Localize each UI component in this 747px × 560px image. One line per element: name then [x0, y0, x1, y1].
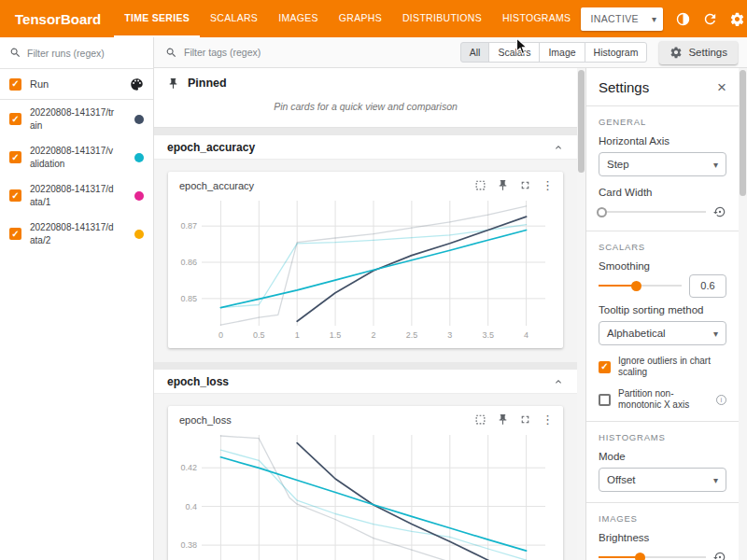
svg-text:4: 4: [524, 330, 529, 340]
more-options-icon[interactable]: ⋮: [542, 179, 554, 191]
tab-graphs[interactable]: GRAPHS: [329, 0, 392, 37]
run-color-dot: [134, 115, 144, 124]
runs-filter-input[interactable]: [27, 48, 144, 59]
run-name: 20220808-141317/train: [30, 106, 116, 132]
fullscreen-icon[interactable]: [519, 179, 531, 191]
run-checkbox[interactable]: ✓: [9, 189, 21, 202]
app-title[interactable]: TensorBoard: [0, 11, 114, 27]
chip-scalars[interactable]: Scalars: [488, 42, 540, 63]
pin-card-icon[interactable]: [497, 179, 509, 191]
smoothing-control: [599, 277, 726, 294]
collapse-chevron-icon[interactable]: [553, 376, 564, 387]
close-icon[interactable]: ×: [717, 79, 726, 95]
tab-histograms[interactable]: HISTOGRAMS: [492, 0, 581, 37]
svg-text:0.38: 0.38: [180, 540, 197, 550]
check-icon: ✓: [11, 230, 19, 239]
run-checkbox[interactable]: ✓: [9, 151, 21, 163]
card-width-label: Card Width: [599, 187, 726, 198]
partition-x-axis-checkbox[interactable]: ✓: [599, 394, 611, 406]
gear-icon: [669, 46, 683, 59]
collapse-chevron-icon[interactable]: [553, 142, 564, 153]
card-title: epoch_accuracy: [179, 180, 254, 191]
scrollbar-thumb[interactable]: [740, 70, 746, 196]
tags-filter-input[interactable]: [184, 47, 454, 58]
tooltip-sorting-select[interactable]: Alphabetical ▾: [599, 321, 726, 345]
pinned-header[interactable]: Pinned: [167, 77, 564, 90]
card-width-slider[interactable]: [599, 205, 706, 218]
smoothing-slider[interactable]: [599, 279, 682, 292]
select-all-runs-checkbox[interactable]: ✓: [9, 78, 21, 91]
chevron-down-icon: ▾: [713, 160, 718, 170]
status-value: INACTIVE: [590, 13, 639, 24]
reset-icon[interactable]: [713, 551, 726, 560]
main-nav: TIME SERIES SCALARS IMAGES GRAPHS DISTRI…: [114, 0, 581, 37]
brightness-control: [599, 549, 726, 560]
smoothing-label: Smoothing: [599, 260, 726, 272]
run-color-dot: [134, 191, 144, 201]
info-icon[interactable]: i: [716, 395, 726, 405]
histogram-mode-label: Mode: [599, 451, 726, 462]
smoothing-input[interactable]: [689, 274, 726, 298]
section-epoch-loss: epoch_loss epoch_loss ⋮: [154, 370, 577, 560]
cards-area: Pinned Pin cards for a quick view and co…: [154, 68, 577, 560]
chip-all[interactable]: All: [460, 42, 490, 63]
svg-text:1.5: 1.5: [330, 330, 342, 340]
settings-scrollbar[interactable]: [739, 68, 747, 560]
status-dropdown[interactable]: INACTIVE ▾: [581, 7, 663, 31]
card-actions: ⋮: [474, 179, 554, 191]
run-checkbox[interactable]: ✓: [9, 113, 21, 125]
pin-icon: [167, 77, 179, 90]
run-checkbox[interactable]: ✓: [9, 228, 21, 240]
runs-filter-row: [0, 37, 153, 69]
chip-image[interactable]: Image: [539, 42, 585, 63]
svg-text:1: 1: [295, 330, 300, 340]
pinned-hint: Pin cards for a quick view and compariso…: [167, 90, 564, 125]
epoch-accuracy-chart[interactable]: 00.511.522.533.540.850.860.87: [170, 193, 558, 343]
tab-scalars[interactable]: SCALARS: [200, 0, 268, 37]
partition-x-axis-row[interactable]: ✓ Partition non-monotonic X axis i: [599, 388, 726, 411]
fullscreen-icon[interactable]: [519, 413, 531, 426]
fit-domain-icon[interactable]: [474, 179, 486, 191]
pin-card-icon[interactable]: [497, 413, 509, 426]
brightness-label: Brightness: [599, 532, 726, 543]
settings-header: Settings ×: [599, 79, 726, 95]
chip-histogram[interactable]: Histogram: [585, 42, 648, 63]
horizontal-axis-label: Horizontal Axis: [599, 135, 726, 147]
settings-gear-icon[interactable]: [725, 7, 747, 32]
scrollbar-thumb[interactable]: [578, 70, 585, 173]
horizontal-axis-select[interactable]: Step ▾: [599, 152, 726, 176]
check-icon: ✓: [11, 153, 19, 162]
run-row[interactable]: ✓ 20220808-141317/train: [0, 100, 153, 138]
topbar-actions: INACTIVE ▾: [581, 7, 747, 32]
histogram-mode-value: Offset: [607, 474, 635, 485]
brightness-slider[interactable]: [599, 551, 706, 560]
main-scrollbar[interactable]: [577, 68, 585, 560]
tab-time-series[interactable]: TIME SERIES: [114, 0, 200, 37]
svg-text:0.5: 0.5: [253, 330, 265, 340]
histogram-mode-select[interactable]: Offset ▾: [599, 468, 726, 492]
section-header-epoch-loss[interactable]: epoch_loss: [154, 370, 577, 394]
section-label: epoch_loss: [167, 375, 229, 388]
svg-text:2.5: 2.5: [406, 330, 418, 340]
palette-icon[interactable]: [130, 77, 144, 91]
check-icon: ✓: [600, 362, 608, 371]
svg-text:0.87: 0.87: [180, 221, 197, 231]
run-row[interactable]: ✓ 20220808-141317/data/1: [0, 176, 153, 215]
section-header-epoch-accuracy[interactable]: epoch_accuracy: [154, 135, 577, 160]
card-header: epoch_accuracy ⋮: [170, 176, 561, 193]
divider: [586, 502, 739, 503]
ignore-outliers-checkbox[interactable]: ✓: [599, 361, 611, 373]
theme-toggle-icon[interactable]: [670, 7, 696, 32]
tab-distributions[interactable]: DISTRIBUTIONS: [392, 0, 492, 37]
tensorboard-app: TensorBoard TIME SERIES SCALARS IMAGES G…: [0, 0, 747, 560]
settings-button[interactable]: Settings: [659, 41, 738, 64]
run-row[interactable]: ✓ 20220808-141317/data/2: [0, 215, 153, 253]
refresh-icon[interactable]: [698, 7, 723, 32]
more-options-icon[interactable]: ⋮: [542, 413, 554, 426]
reset-icon[interactable]: [713, 205, 726, 218]
ignore-outliers-row[interactable]: ✓ Ignore outliers in chart scaling: [599, 356, 726, 378]
fit-domain-icon[interactable]: [474, 413, 486, 426]
epoch-loss-chart[interactable]: 00.511.522.533.540.360.380.40.42: [170, 427, 558, 560]
tab-images[interactable]: IMAGES: [268, 0, 329, 37]
run-row[interactable]: ✓ 20220808-141317/validation: [0, 138, 153, 176]
